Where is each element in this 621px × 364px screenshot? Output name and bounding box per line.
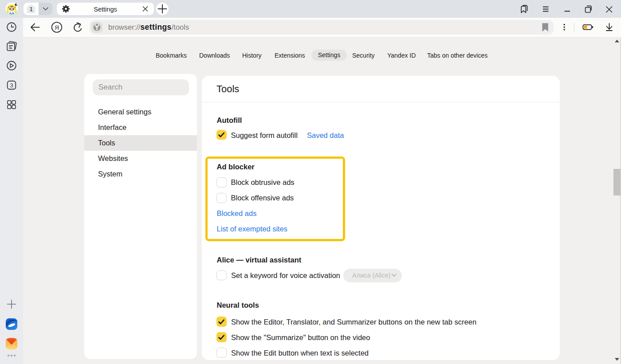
svg-text:3: 3 [10, 82, 13, 89]
